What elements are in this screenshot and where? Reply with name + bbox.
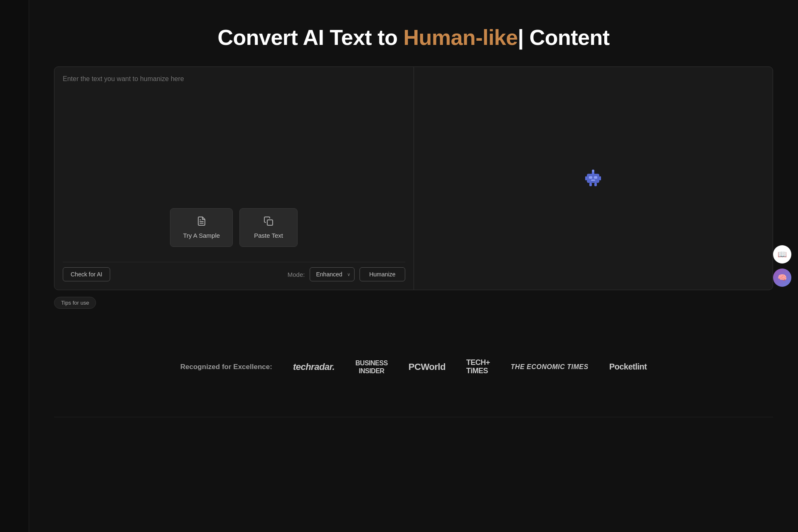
brand-techradar: techradar. — [293, 362, 335, 372]
recognition-label: Recognized for Excellence: — [180, 363, 272, 371]
document-icon — [197, 216, 207, 229]
svg-rect-12 — [594, 183, 597, 186]
svg-rect-5 — [594, 176, 597, 179]
paste-icon — [264, 216, 273, 229]
brand-tech-times: TECH+TiMES — [466, 359, 490, 375]
humanize-button[interactable]: Humanize — [360, 267, 405, 281]
svg-rect-6 — [591, 180, 595, 181]
title-cursor: | — [518, 25, 524, 49]
svg-rect-2 — [267, 220, 273, 225]
try-sample-label: Try A Sample — [183, 232, 220, 239]
bottom-toolbar: Check for AI Mode: Enhanced Humanize — [63, 262, 405, 281]
brand-economic-times: THE ECONOMIC TIMES — [511, 363, 589, 371]
left-sidebar — [0, 0, 29, 532]
tips-button[interactable]: Tips for use — [54, 297, 96, 309]
floating-brain-button[interactable]: 🧠 — [773, 268, 791, 287]
humanize-label: Humanize — [369, 271, 395, 278]
paste-text-label: Paste Text — [254, 232, 283, 239]
brand-pcworld: PCWorld — [409, 362, 446, 372]
mode-label: Mode: — [288, 271, 305, 278]
title-text-part1: Convert AI Text to — [217, 25, 403, 49]
check-ai-button[interactable]: Check for AI — [63, 267, 110, 281]
book-icon: 📖 — [778, 250, 787, 259]
brand-business-insider: BUSINESSINSIDER — [355, 359, 388, 375]
left-panel: Try A Sample Paste Text Check for AI — [54, 67, 414, 290]
title-text-part2: Content — [524, 25, 610, 49]
svg-rect-10 — [599, 176, 601, 180]
svg-rect-4 — [589, 176, 592, 179]
svg-rect-11 — [589, 183, 592, 186]
sample-buttons-row: Try A Sample Paste Text — [63, 208, 405, 247]
robot-icon — [583, 167, 603, 188]
brand-pocketlint: Pocketlint — [609, 362, 647, 372]
recognition-section: Recognized for Excellence: techradar. BU… — [54, 342, 773, 392]
right-floating-buttons: 📖 🧠 — [773, 245, 791, 287]
svg-rect-3 — [587, 174, 599, 183]
try-sample-button[interactable]: Try A Sample — [170, 208, 233, 247]
mode-select[interactable]: Enhanced — [310, 267, 355, 281]
editor-container: Try A Sample Paste Text Check for AI — [54, 66, 773, 290]
brain-icon: 🧠 — [778, 273, 787, 282]
check-ai-label: Check for AI — [71, 271, 102, 278]
page-title: Convert AI Text to Human-like| Content — [54, 17, 773, 50]
right-panel-icon — [583, 167, 603, 190]
paste-text-button[interactable]: Paste Text — [239, 208, 298, 247]
svg-point-8 — [592, 170, 594, 172]
tips-section: Tips for use — [54, 297, 773, 309]
text-input[interactable] — [63, 75, 405, 200]
title-highlight: Human-like — [403, 25, 517, 49]
tips-label: Tips for use — [61, 300, 89, 306]
right-panel — [414, 67, 773, 290]
svg-rect-9 — [585, 176, 587, 180]
mode-dropdown-wrapper: Enhanced — [310, 267, 355, 281]
brand-logos: techradar. BUSINESSINSIDER PCWorld TECH+… — [293, 359, 647, 375]
floating-book-button[interactable]: 📖 — [773, 245, 791, 264]
footer-line — [54, 417, 773, 433]
